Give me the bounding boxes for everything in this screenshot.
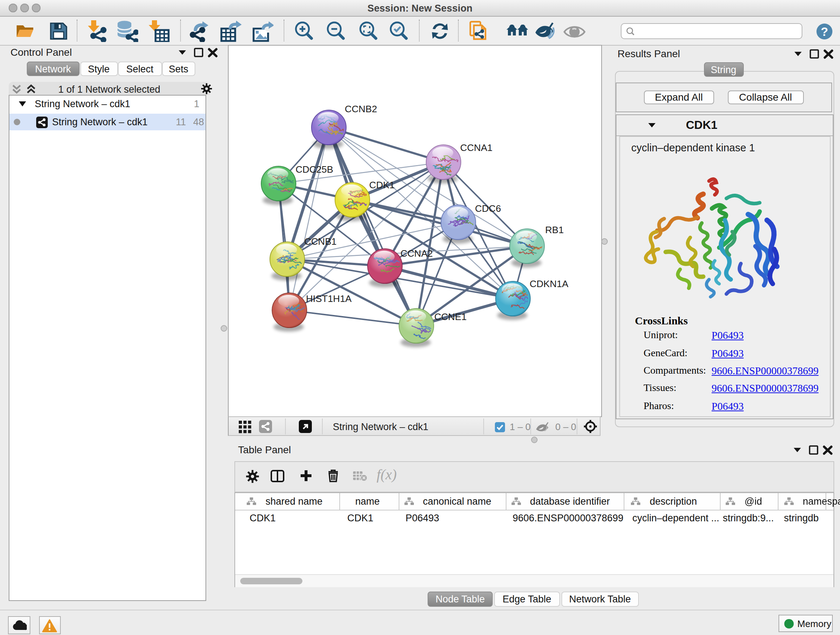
svg-text:CDKN1A: CDKN1A <box>529 279 568 289</box>
svg-text:RB1: RB1 <box>545 225 563 235</box>
svg-text:CCNA2: CCNA2 <box>400 248 432 259</box>
svg-text:CDC6: CDC6 <box>475 203 501 214</box>
svg-text:CCNB1: CCNB1 <box>304 236 336 247</box>
svg-text:HIST1H1A: HIST1H1A <box>306 293 352 304</box>
svg-text:CDK1: CDK1 <box>369 180 394 190</box>
svg-text:CCNB2: CCNB2 <box>344 103 377 114</box>
svg-text:CCNE1: CCNE1 <box>434 311 466 322</box>
svg-text:CDC25B: CDC25B <box>295 164 333 175</box>
svg-text:?: ? <box>821 25 828 38</box>
svg-text:CCNA1: CCNA1 <box>460 142 492 153</box>
